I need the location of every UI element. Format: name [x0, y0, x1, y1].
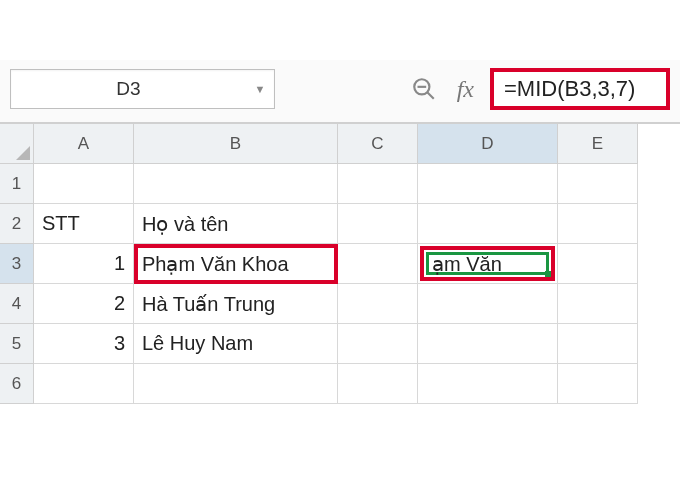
- cell-E4[interactable]: [558, 284, 638, 324]
- formula-bar-text: =MID(B3,3,7): [504, 76, 635, 101]
- cell-D4[interactable]: [418, 284, 558, 324]
- cell-B5[interactable]: Lê Huy Nam: [134, 324, 338, 364]
- chevron-down-icon[interactable]: ▼: [246, 70, 274, 108]
- cell-C3[interactable]: [338, 244, 418, 284]
- cell-D3-value: ạm Văn: [426, 252, 502, 276]
- spreadsheet-grid[interactable]: A B C D E 1 2 STT Họ và tên 3 1 Phạm Văn…: [0, 123, 680, 404]
- row-header-2[interactable]: 2: [0, 204, 34, 244]
- cell-C1[interactable]: [338, 164, 418, 204]
- row-header-4[interactable]: 4: [0, 284, 34, 324]
- cell-A3[interactable]: 1: [34, 244, 134, 284]
- col-header-E[interactable]: E: [558, 124, 638, 164]
- cell-E2[interactable]: [558, 204, 638, 244]
- row-header-6[interactable]: 6: [0, 364, 34, 404]
- ribbon-area-placeholder: [0, 0, 680, 60]
- fill-handle[interactable]: [545, 271, 551, 277]
- row-header-1[interactable]: 1: [0, 164, 34, 204]
- cell-A2[interactable]: STT: [34, 204, 134, 244]
- cell-E3[interactable]: [558, 244, 638, 284]
- cell-E5[interactable]: [558, 324, 638, 364]
- cell-A6[interactable]: [34, 364, 134, 404]
- cell-A5[interactable]: 3: [34, 324, 134, 364]
- cell-E6[interactable]: [558, 364, 638, 404]
- cell-E1[interactable]: [558, 164, 638, 204]
- select-all-corner[interactable]: [0, 124, 34, 164]
- col-header-D[interactable]: D: [418, 124, 558, 164]
- cell-D5[interactable]: [418, 324, 558, 364]
- cell-C5[interactable]: [338, 324, 418, 364]
- col-header-C[interactable]: C: [338, 124, 418, 164]
- cell-B2[interactable]: Họ và tên: [134, 204, 338, 244]
- cell-A4[interactable]: 2: [34, 284, 134, 324]
- svg-line-1: [427, 92, 434, 99]
- name-box-value: D3: [11, 78, 246, 100]
- name-box[interactable]: D3 ▼: [10, 69, 275, 109]
- zoom-out-icon[interactable]: [407, 76, 441, 102]
- formula-toolbar: D3 ▼ fx =MID(B3,3,7): [0, 60, 680, 123]
- cell-D2[interactable]: [418, 204, 558, 244]
- cell-B6[interactable]: [134, 364, 338, 404]
- row-header-5[interactable]: 5: [0, 324, 34, 364]
- fx-icon[interactable]: fx: [453, 76, 478, 103]
- cell-C4[interactable]: [338, 284, 418, 324]
- cell-B1[interactable]: [134, 164, 338, 204]
- col-header-B[interactable]: B: [134, 124, 338, 164]
- cell-D1[interactable]: [418, 164, 558, 204]
- cell-D6[interactable]: [418, 364, 558, 404]
- col-header-A[interactable]: A: [34, 124, 134, 164]
- cell-C2[interactable]: [338, 204, 418, 244]
- cell-A1[interactable]: [34, 164, 134, 204]
- cell-B3[interactable]: Phạm Văn Khoa: [134, 244, 338, 284]
- cell-D3[interactable]: ạm Văn: [418, 244, 558, 284]
- formula-bar[interactable]: =MID(B3,3,7): [490, 68, 670, 110]
- cell-B4[interactable]: Hà Tuấn Trung: [134, 284, 338, 324]
- cell-C6[interactable]: [338, 364, 418, 404]
- row-header-3[interactable]: 3: [0, 244, 34, 284]
